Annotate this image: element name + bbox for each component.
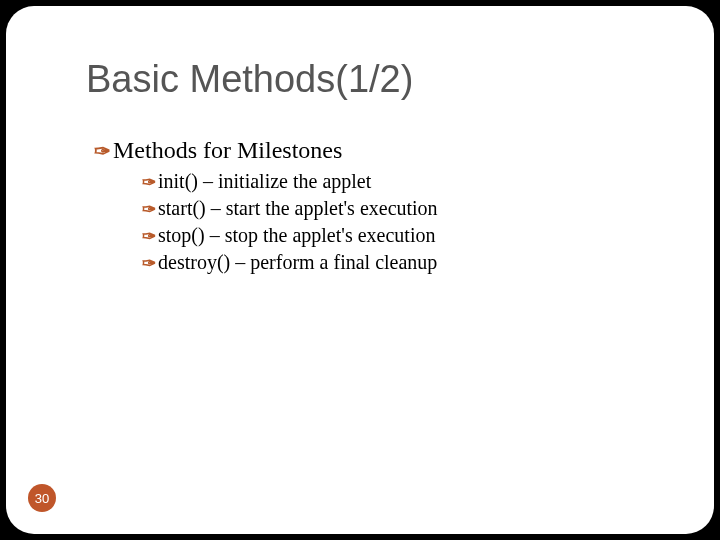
list-item: ✑stop() – stop the applet's execution: [142, 222, 674, 249]
list-item-label: destroy() – perform a final cleanup: [158, 251, 437, 273]
slide-title: Basic Methods(1/2): [86, 58, 413, 101]
list-item-label: init() – initialize the applet: [158, 170, 371, 192]
list-item-label: stop() – stop the applet's execution: [158, 224, 435, 246]
bullet-icon: ✑: [142, 226, 156, 249]
bullet-icon: ✑: [142, 199, 156, 222]
bullet-icon: ✑: [142, 172, 156, 195]
list-item: ✑init() – initialize the applet: [142, 168, 674, 195]
list-item-label: start() – start the applet's execution: [158, 197, 438, 219]
bullet-icon: ✑: [94, 138, 111, 165]
slide-content: ✑Methods for Milestones ✑init() – initia…: [94, 134, 674, 276]
page-number-badge: 30: [28, 484, 56, 512]
list-item-label: Methods for Milestones: [113, 137, 342, 163]
list-item: ✑Methods for Milestones: [94, 134, 674, 166]
bullet-icon: ✑: [142, 253, 156, 276]
slide-frame: Basic Methods(1/2) ✑Methods for Mileston…: [6, 6, 714, 534]
list-item: ✑destroy() – perform a final cleanup: [142, 249, 674, 276]
list-item: ✑start() – start the applet's execution: [142, 195, 674, 222]
